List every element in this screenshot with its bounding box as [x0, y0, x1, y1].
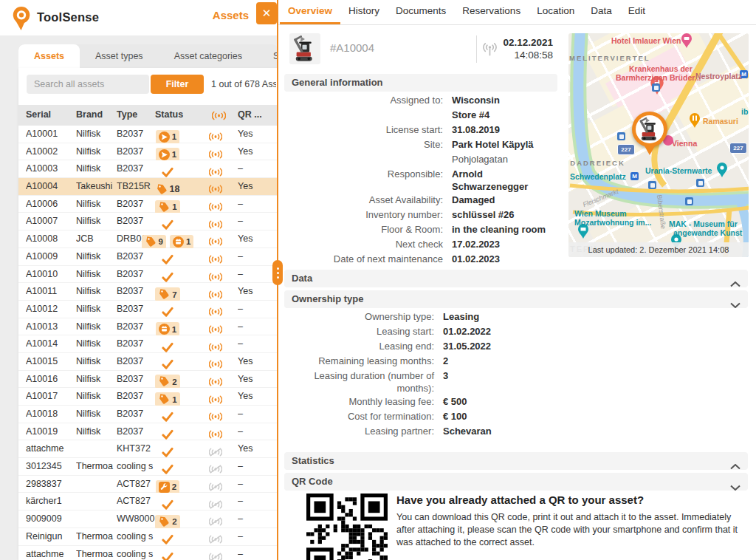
detail-tab-overview[interactable]: Overview	[280, 0, 340, 24]
transit-icon[interactable]	[696, 179, 704, 187]
column-brand[interactable]: Brand	[76, 109, 103, 120]
field-row: License start:31.08.2019	[284, 123, 557, 137]
table-row[interactable]: kärcher1ACT827–	[18, 493, 278, 511]
table-row[interactable]: 3012345Thermoacooling s–	[18, 458, 278, 476]
table-row[interactable]: A10013NilfiskB20371–	[18, 318, 278, 336]
urania-marker[interactable]	[716, 163, 729, 178]
table-row[interactable]: A10008JCBDRB01991Yes	[18, 231, 278, 248]
chevron-up-icon[interactable]	[730, 276, 740, 281]
table-row[interactable]: ReinigunThermoacooling s–	[18, 528, 278, 546]
cell-serial: attachme	[26, 549, 73, 559]
field-row: Date of next maintenance01.02.2023	[284, 252, 557, 267]
maintenance-badge: 1	[170, 235, 193, 249]
transit-icon[interactable]	[617, 132, 625, 140]
hotel-marker[interactable]	[681, 33, 693, 49]
detail-tab-data[interactable]: Data	[583, 0, 620, 24]
asset-location-marker[interactable]	[632, 112, 670, 160]
table-row[interactable]: A10015NilfiskB2037Yes	[18, 353, 278, 371]
panel-resize-handle[interactable]	[272, 260, 283, 285]
transit-icon[interactable]	[685, 197, 693, 205]
detail-tab-history[interactable]: History	[340, 0, 388, 24]
table-row[interactable]: A10009NilfiskB2037–	[18, 248, 278, 266]
metro-icon[interactable]: M	[630, 172, 639, 180]
cell-qr: –	[238, 426, 278, 437]
tab-assets[interactable]: Assets	[18, 44, 80, 68]
table-row[interactable]: A10016NilfiskB20372Yes	[18, 371, 278, 389]
field-value: Schevaran	[443, 424, 492, 438]
column-qr[interactable]: QR ...	[238, 109, 262, 120]
cell-qr: Yes	[238, 391, 278, 401]
field-value: 31.05.2022	[443, 339, 491, 353]
section-ownership-type[interactable]: Ownership type	[284, 290, 748, 308]
cell-brand: Nilfisk	[76, 199, 114, 209]
map-label-mak-2: angewandte Kunst	[673, 228, 742, 237]
search-input[interactable]	[27, 75, 149, 94]
cell-brand: Nilfisk	[76, 304, 114, 314]
field-row: Next check17.02.2023	[284, 237, 557, 252]
detail-tab-location[interactable]: Location	[529, 0, 583, 24]
cell-qr: Yes	[238, 286, 278, 296]
table-row[interactable]: A10006NilfiskB20371–	[18, 196, 278, 214]
table-row[interactable]: A10003NilfiskB2037–	[18, 160, 278, 178]
asset-location-map[interactable]: H M M 227 227 Hotel Imlauer Wien MELITER…	[568, 33, 749, 257]
cell-brand: Thermoa	[76, 461, 114, 471]
restaurant-marker[interactable]	[689, 113, 701, 129]
table-row[interactable]: 9009009WW80002–	[18, 511, 278, 528]
table-row[interactable]: 2983837ACT8272–	[18, 476, 278, 494]
section-statistics[interactable]: Statistics	[284, 452, 748, 470]
field-value: € 500	[443, 395, 467, 409]
tab-asset-categories[interactable]: Asset categories	[159, 44, 258, 68]
detail-tab-edit[interactable]: Edit	[620, 0, 653, 24]
transit-icon[interactable]	[648, 181, 656, 189]
table-row[interactable]: A10019NilfiskB2037–	[18, 423, 278, 441]
detail-tab-documents[interactable]: Documents	[388, 0, 454, 24]
column-serial[interactable]: Serial	[26, 109, 51, 120]
check-icon	[162, 167, 173, 177]
table-row[interactable]: A10017NilfiskB20371Yes	[18, 388, 278, 406]
brand-wordmark: ToolSense	[37, 10, 99, 24]
table-row[interactable]: A10018NilfiskB2037–	[18, 406, 278, 423]
transit-icon[interactable]	[652, 83, 660, 92]
chevron-up-icon[interactable]	[730, 458, 740, 464]
column-type[interactable]: Type	[117, 109, 137, 120]
asset-thumbnail[interactable]	[289, 33, 320, 64]
qr-code-image[interactable]	[306, 494, 388, 560]
section-general-information[interactable]: General information	[284, 74, 557, 92]
tab-sites[interactable]: Sites	[258, 44, 278, 68]
section-data[interactable]: Data	[284, 270, 748, 287]
cell-brand: Nilfisk	[76, 146, 114, 157]
table-row[interactable]: A10001NilfiskB20371Yes	[18, 126, 278, 143]
cell-serial: A10015	[26, 356, 73, 366]
table-row[interactable]: attachmeThermoacooling s–	[18, 546, 278, 560]
close-panel-button[interactable]: ✕	[256, 2, 277, 24]
table-row[interactable]: A10002NilfiskB20371Yes	[18, 143, 278, 161]
column-signal-icon[interactable]	[212, 111, 226, 123]
column-status[interactable]: Status	[155, 109, 183, 120]
table-row[interactable]: A10012NilfiskB2037–	[18, 301, 278, 318]
table-row[interactable]: A10010NilfiskB2037–	[18, 266, 278, 284]
cell-brand: Nilfisk	[76, 338, 114, 349]
field-row: Floor & Room:in the cleaning room	[284, 222, 557, 237]
tab-asset-types[interactable]: Asset types	[80, 44, 159, 68]
tag-icon	[156, 184, 168, 195]
detail-tab-reservations[interactable]: Reservations	[454, 0, 529, 24]
table-row[interactable]: A10007NilfiskB2037–	[18, 213, 278, 231]
asset-id: #A10004	[330, 41, 374, 54]
no-signal-icon	[209, 549, 227, 560]
table-row[interactable]: A10004TakeushiTB215R18Yes	[18, 178, 278, 196]
table-row[interactable]: A10014NilfiskB2037–	[18, 335, 278, 353]
sent-badge: 1	[156, 130, 179, 144]
field-row: Responsible:Arnold Schwarzenegger	[284, 167, 557, 193]
table-row[interactable]: attachmeKHT372Yes	[18, 440, 278, 458]
signal-date: 02.12.2021	[492, 36, 553, 49]
table-row[interactable]: A10011NilfiskB20377Yes	[18, 283, 278, 301]
field-value: 01.02.2022	[443, 324, 491, 338]
chevron-down-icon[interactable]	[730, 296, 740, 302]
map-label-urania: Urania-Sternwarte	[645, 166, 712, 175]
filter-button[interactable]: Filter	[151, 75, 204, 94]
chevron-down-icon[interactable]	[730, 479, 740, 485]
field-label: Assigned to:	[284, 93, 452, 107]
qr-description: You can download this QR code, print it …	[396, 511, 745, 549]
field-label: Leasing duration (number of months):	[284, 369, 443, 395]
section-qr-code[interactable]: QR Code	[284, 473, 748, 491]
